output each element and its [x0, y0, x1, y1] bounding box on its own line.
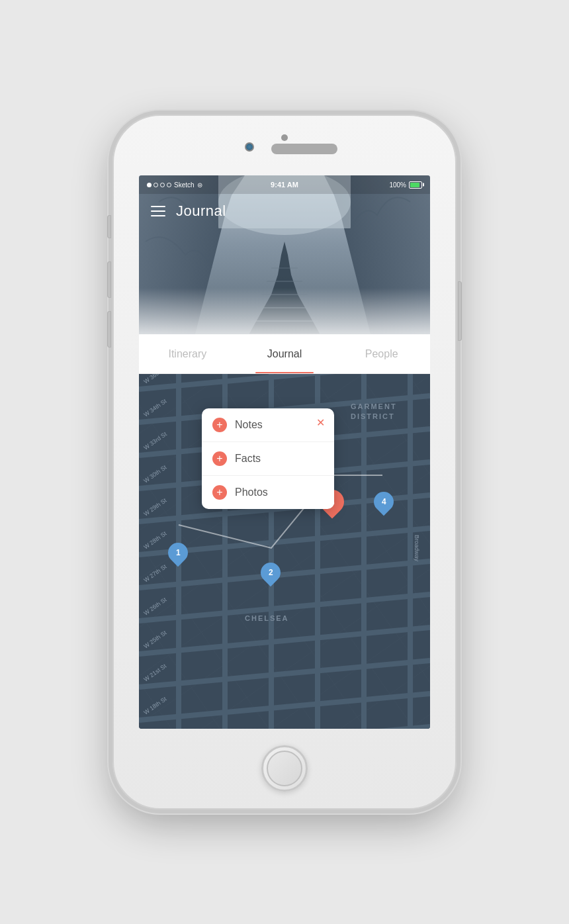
facts-plus-sign: + [216, 453, 222, 464]
phone-screen: Journal Sketch ⊜ 9:41 AM 100% [139, 175, 430, 729]
pin-circle-2: 2 [257, 559, 284, 586]
app-header: Journal [139, 194, 430, 228]
photos-plus-sign: + [216, 487, 222, 498]
app-title: Journal [176, 203, 226, 220]
hamburger-line-2 [151, 210, 165, 212]
pin-number-1: 1 [176, 548, 181, 557]
speaker-dot [281, 134, 288, 141]
speaker-grille [271, 144, 337, 154]
status-left: Sketch ⊜ [147, 181, 202, 189]
battery-percent: 100% [389, 181, 406, 189]
photos-label: Photos [235, 486, 268, 498]
map-pin-1[interactable]: 1 [168, 543, 188, 563]
svg-text:Broadway: Broadway [414, 535, 420, 562]
pin-number-4: 4 [382, 497, 386, 506]
notes-label: Notes [235, 419, 263, 431]
tab-people-label: People [365, 348, 398, 360]
tab-itinerary[interactable]: Itinerary [139, 334, 236, 373]
tab-journal-label: Journal [267, 348, 302, 360]
battery-fill [410, 183, 419, 187]
phone-bottom [114, 729, 455, 808]
volume-up-button[interactable] [107, 261, 111, 298]
photos-plus-icon: + [212, 485, 227, 500]
status-bar: Sketch ⊜ 9:41 AM 100% [139, 175, 430, 194]
popup-card: ✕ + Notes + Facts + [202, 408, 334, 509]
phone-top [114, 116, 455, 175]
popup-item-facts[interactable]: + Facts [202, 442, 334, 476]
pin-circle-4: 4 [370, 488, 398, 516]
home-button[interactable] [261, 745, 308, 792]
hamburger-icon[interactable] [151, 206, 165, 216]
notes-plus-sign: + [216, 420, 222, 430]
map-pin-2[interactable]: 2 [261, 563, 281, 582]
hamburger-line-3 [151, 215, 165, 216]
facts-label: Facts [235, 453, 261, 465]
tab-itinerary-label: Itinerary [168, 348, 206, 360]
pin-circle-1: 1 [164, 539, 192, 567]
hero-image: Journal Sketch ⊜ 9:41 AM 100% [139, 175, 430, 347]
status-time: 9:41 AM [271, 181, 298, 189]
tab-bar: Itinerary Journal People [139, 334, 430, 374]
home-button-inner [267, 751, 302, 786]
mute-button[interactable] [107, 215, 111, 238]
popup-item-notes[interactable]: + Notes [202, 408, 334, 442]
front-camera [245, 142, 254, 152]
popup-close-button[interactable]: ✕ [316, 418, 325, 428]
signal-dot-2 [153, 183, 158, 187]
pin-number-2: 2 [269, 568, 273, 577]
carrier-name: Sketch [174, 181, 195, 189]
tab-active-indicator [255, 372, 314, 374]
popup-item-photos[interactable]: + Photos [202, 476, 334, 509]
wifi-icon: ⊜ [197, 181, 202, 189]
battery-icon [409, 181, 422, 189]
signal-dot-4 [167, 183, 171, 187]
signal-dot-3 [160, 183, 165, 187]
svg-text:CHELSEA: CHELSEA [245, 614, 289, 622]
facts-plus-icon: + [212, 451, 227, 466]
signal-dot-1 [147, 183, 152, 187]
hamburger-line-1 [151, 206, 165, 207]
map-pin-4[interactable]: 4 [374, 492, 394, 512]
tab-people[interactable]: People [333, 334, 430, 373]
map-area: W 37th St W 36th St W 34th St W 33rd St … [139, 374, 430, 729]
volume-down-button[interactable] [107, 311, 111, 347]
phone-shell: Journal Sketch ⊜ 9:41 AM 100% [112, 115, 457, 809]
signal-dots [147, 183, 171, 187]
notes-plus-icon: + [212, 418, 227, 432]
svg-text:DISTRICT: DISTRICT [351, 412, 395, 420]
status-right: 100% [389, 181, 422, 189]
tab-journal[interactable]: Journal [236, 334, 333, 373]
svg-text:GARMENT: GARMENT [351, 402, 397, 410]
power-button[interactable] [458, 281, 462, 341]
